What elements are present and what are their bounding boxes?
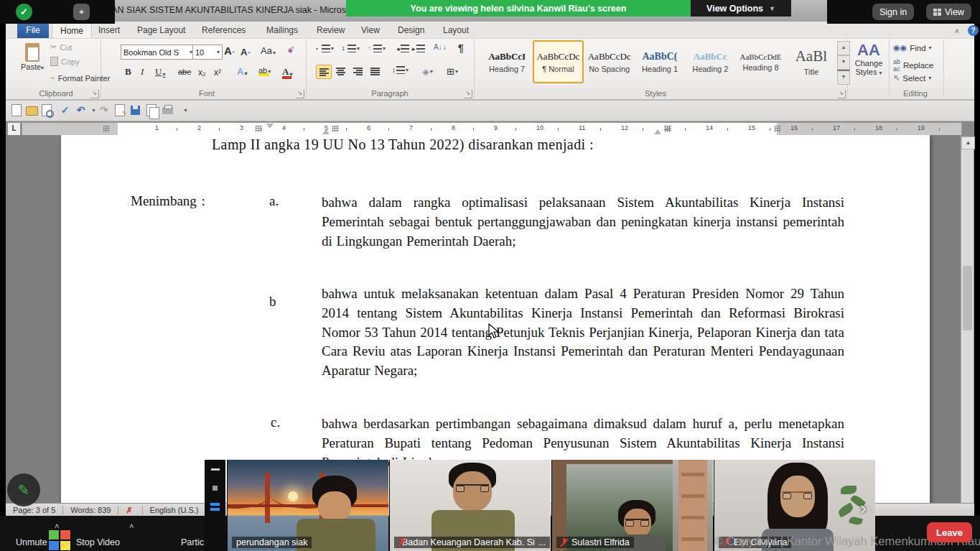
find-button[interactable]: ◉◉ Find▾ bbox=[893, 43, 932, 52]
change-styles-button[interactable]: AA Change Styles ▾ bbox=[851, 42, 886, 86]
table-column-marker[interactable] bbox=[103, 126, 110, 132]
tab-home[interactable]: Home bbox=[52, 22, 92, 39]
print-icon[interactable] bbox=[162, 104, 174, 116]
shrink-font-button[interactable]: Aˇ bbox=[241, 47, 250, 57]
strip-layout-icon[interactable] bbox=[210, 503, 220, 513]
copy-button[interactable]: Copy bbox=[50, 57, 80, 66]
tab-stop-selector[interactable]: L bbox=[7, 122, 21, 136]
style-no-spacing[interactable]: AaBbCcDc No Spacing bbox=[585, 40, 634, 83]
scroll-up-icon[interactable]: ▲ bbox=[961, 136, 975, 149]
collapse-strip-icon[interactable] bbox=[211, 468, 220, 471]
stop-video-button[interactable]: Stop Video bbox=[76, 537, 120, 547]
video-options-chevron-icon[interactable]: ˄ bbox=[129, 522, 134, 530]
tab-insert[interactable]: Insert bbox=[90, 22, 128, 38]
sign-in-button[interactable]: Sign in bbox=[872, 4, 914, 20]
page-indicator[interactable]: Page: 3 of 5 bbox=[6, 506, 62, 514]
tab-view[interactable]: View bbox=[353, 22, 388, 38]
line-spacing-button[interactable]: ↕▾ bbox=[392, 66, 409, 74]
tab-file[interactable]: File bbox=[17, 22, 49, 38]
table-column-marker[interactable] bbox=[332, 126, 339, 132]
tab-design[interactable]: Design bbox=[390, 22, 432, 38]
style-heading2[interactable]: AaBbCc Heading 2 bbox=[686, 40, 734, 83]
sort-button[interactable]: A↓↓ bbox=[434, 43, 447, 51]
style-title[interactable]: AaBl Title bbox=[787, 40, 836, 83]
subscript-button[interactable]: x₂ bbox=[198, 68, 206, 78]
paste-button[interactable]: Paste▾ bbox=[19, 42, 46, 86]
video-tile-badan-keuangan[interactable]: Badan Keuangan Daerah Kab. Si... bbox=[389, 460, 551, 551]
styles-more-icon[interactable]: ▾ bbox=[837, 70, 850, 85]
new-document-icon[interactable] bbox=[11, 104, 24, 116]
collapse-ribbon-icon[interactable]: ˄ bbox=[955, 27, 959, 35]
undo-icon[interactable]: ↶ bbox=[75, 104, 87, 116]
clear-formatting-icon[interactable]: ꗄ bbox=[287, 45, 294, 56]
decrease-indent-button[interactable]: ◂ bbox=[396, 45, 409, 52]
bullets-button[interactable]: •▾ bbox=[316, 45, 334, 52]
style-heading8[interactable]: AaBbCcDdE Heading 8 bbox=[736, 40, 785, 83]
print-preview-icon[interactable] bbox=[42, 104, 54, 116]
hanging-indent-marker[interactable] bbox=[322, 129, 330, 134]
select-button[interactable]: ⇖ Select▾ bbox=[893, 73, 931, 83]
video-tile-sulastri-elfrida[interactable]: Sulastri Elfrida bbox=[551, 460, 713, 551]
multilevel-list-button[interactable]: ⁖▾ bbox=[368, 45, 386, 52]
tab-review[interactable]: Review bbox=[309, 22, 353, 38]
view-button[interactable]: View bbox=[926, 4, 971, 20]
leave-button[interactable]: Leave bbox=[927, 522, 972, 542]
styles-scroll-down-icon[interactable]: ▾ bbox=[837, 55, 850, 70]
clipboard-dialog-launcher[interactable]: ↘ bbox=[90, 90, 99, 98]
font-dialog-launcher[interactable]: ↘ bbox=[296, 90, 304, 98]
underline-button[interactable]: U▾ bbox=[155, 66, 165, 78]
style-heading1[interactable]: AaBbC( Heading 1 bbox=[635, 40, 684, 83]
align-center-button[interactable] bbox=[333, 65, 347, 78]
taskbar-app-icon[interactable] bbox=[48, 529, 71, 551]
tab-references[interactable]: References bbox=[194, 22, 253, 38]
vertical-scrollbar[interactable]: ▲ bbox=[961, 136, 974, 510]
align-right-button[interactable] bbox=[350, 65, 365, 78]
highlight-color-button[interactable]: ab▾ bbox=[258, 66, 271, 75]
text-effects-button[interactable]: A▾ bbox=[237, 66, 247, 77]
style-normal[interactable]: AaBbCcDc ¶ Normal bbox=[533, 40, 583, 83]
edit-page-icon[interactable]: ✎ bbox=[115, 104, 127, 116]
toolbar-options-icon[interactable]: ▾ bbox=[179, 104, 192, 116]
view-options-button[interactable]: View Options▼ bbox=[691, 0, 791, 17]
font-size-select[interactable]: 10▾ bbox=[192, 45, 223, 60]
borders-button[interactable]: ⊞▾ bbox=[447, 66, 458, 77]
table-column-marker[interactable] bbox=[775, 126, 781, 132]
bold-button[interactable]: B bbox=[125, 66, 131, 78]
strikethrough-button[interactable]: abe bbox=[178, 68, 191, 76]
cut-button[interactable]: ✂Cut bbox=[50, 42, 72, 52]
font-family-select[interactable]: Bookman Old S▾ bbox=[121, 45, 195, 60]
word-count[interactable]: Words: 839 bbox=[63, 506, 118, 514]
help-icon[interactable]: ? bbox=[968, 25, 979, 36]
attach-pages-icon[interactable] bbox=[146, 104, 159, 116]
font-color-button[interactable]: A▾ bbox=[282, 66, 292, 78]
proofing-status[interactable]: ✗ bbox=[118, 506, 141, 515]
horizontal-ruler[interactable]: 12345678910111213141516171819 bbox=[22, 122, 962, 136]
styles-scroll-up-icon[interactable]: ▴ bbox=[837, 41, 850, 55]
unmute-button[interactable]: Unmute bbox=[16, 537, 47, 547]
next-videos-chevron-icon[interactable]: › bbox=[860, 497, 867, 519]
table-column-marker[interactable] bbox=[665, 126, 671, 132]
superscript-button[interactable]: x² bbox=[214, 68, 221, 78]
participants-button[interactable]: Partic bbox=[181, 537, 204, 547]
open-folder-icon[interactable] bbox=[26, 104, 38, 116]
grow-font-button[interactable]: Aˆ bbox=[224, 45, 235, 57]
format-painter-button[interactable]: ⌁ Format Painter bbox=[50, 73, 110, 83]
spelling-check-icon[interactable]: ✓ bbox=[59, 104, 71, 116]
save-icon[interactable] bbox=[131, 104, 143, 116]
align-left-button[interactable] bbox=[316, 65, 332, 79]
scrollbar-thumb[interactable] bbox=[963, 266, 972, 330]
redo-icon[interactable]: ↷ bbox=[98, 104, 110, 116]
indent-marker[interactable] bbox=[654, 129, 661, 134]
tab-page-layout[interactable]: Page Layout bbox=[129, 22, 193, 38]
increase-indent-button[interactable]: ▸ bbox=[412, 45, 425, 52]
tab-mailings[interactable]: Mailings bbox=[258, 22, 306, 38]
numbering-button[interactable]: 1▾ bbox=[342, 45, 360, 52]
tab-layout[interactable]: Layout bbox=[435, 22, 477, 38]
language-indicator[interactable]: English (U.S.) bbox=[143, 506, 206, 514]
table-column-marker[interactable] bbox=[256, 126, 262, 132]
first-line-indent-marker[interactable] bbox=[266, 124, 274, 129]
minimize-strip-icon[interactable] bbox=[213, 486, 218, 491]
annotation-pencil-button[interactable]: ✎ bbox=[7, 473, 40, 506]
italic-button[interactable]: I bbox=[141, 66, 144, 78]
styles-dialog-launcher[interactable]: ↘ bbox=[837, 90, 846, 98]
